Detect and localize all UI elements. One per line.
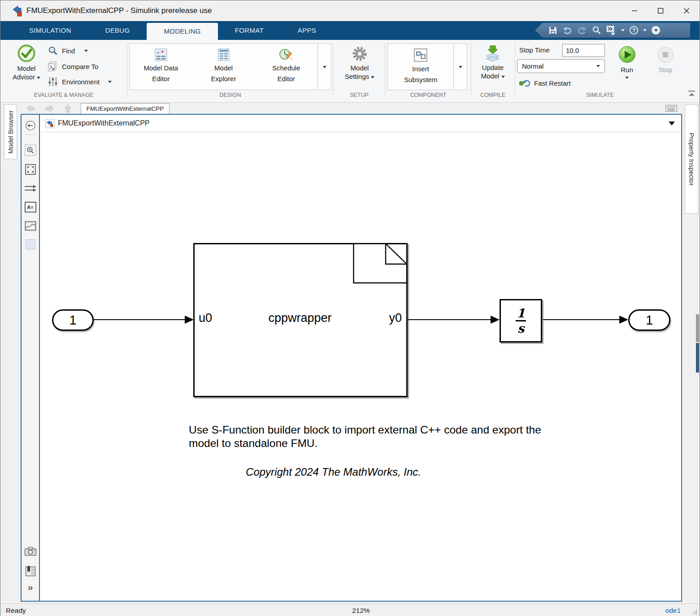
- undo-icon[interactable]: [562, 26, 572, 35]
- integrator-block[interactable]: 1 s: [500, 299, 542, 343]
- maximize-icon: [657, 7, 664, 14]
- find-button[interactable]: Find: [48, 46, 88, 56]
- integrator-denominator: s: [517, 322, 524, 334]
- zoom-region-icon[interactable]: [25, 144, 36, 156]
- update-model-label-1: Update: [482, 63, 504, 72]
- model-explorer-button[interactable]: Model Explorer: [192, 44, 255, 90]
- inport-block[interactable]: 1: [52, 309, 94, 331]
- ribbon-separator: [127, 43, 127, 98]
- model-settings-label-1: Model: [351, 64, 369, 72]
- insert-subsystem-dropdown-icon: [459, 66, 462, 68]
- resize-grip-icon[interactable]: [691, 608, 698, 615]
- fast-restart-button[interactable]: Fast Restart: [519, 79, 571, 87]
- simulation-mode-select[interactable]: Normal: [517, 59, 605, 73]
- document-tab[interactable]: FMUExportWithExternalCPP: [81, 103, 170, 114]
- area-tool-icon[interactable]: [26, 239, 35, 249]
- fast-restart-label: Fast Restart: [534, 79, 571, 87]
- wire-arrowhead: [491, 316, 500, 324]
- back-icon[interactable]: [26, 104, 35, 113]
- scrollbar-segment[interactable]: [696, 343, 699, 373]
- model-settings-label-2: Settings: [345, 72, 374, 81]
- palette-toolbar: A≡ »: [22, 115, 40, 601]
- viewmarks-icon[interactable]: [25, 565, 36, 577]
- screenshot-tool-icon[interactable]: [24, 547, 37, 556]
- design-more-button[interactable]: [317, 44, 331, 90]
- quick-access-toolbar: ?: [535, 23, 690, 38]
- model-advisor-label-2: Advisor: [13, 73, 40, 81]
- model-settings-button[interactable]: Model Settings: [342, 45, 377, 81]
- model-data-editor-label-2: Editor: [152, 74, 170, 83]
- image-tool-icon[interactable]: [25, 221, 36, 231]
- collapse-ribbon-icon[interactable]: [687, 90, 696, 97]
- keyboard-icon[interactable]: [665, 105, 677, 112]
- stop-button[interactable]: Stop: [653, 47, 678, 74]
- annotation-tool-icon[interactable]: A≡: [25, 202, 36, 213]
- breadcrumb-model-icon: [45, 119, 55, 128]
- compare-to-button[interactable]: Compare To: [48, 61, 98, 71]
- window-title: FMUExportWithExternalCPP - Simulink prer…: [26, 6, 212, 15]
- run-dropdown-icon[interactable]: [625, 77, 629, 79]
- model-settings-dropdown-icon: [371, 76, 374, 78]
- help-icon[interactable]: ?: [630, 26, 638, 35]
- tab-apps[interactable]: APPS: [281, 21, 333, 40]
- model-advisor-dropdown-icon: [37, 77, 40, 79]
- forward-icon[interactable]: [45, 104, 54, 113]
- stop-time-input[interactable]: [562, 44, 605, 57]
- help-dropdown-icon[interactable]: [643, 29, 647, 31]
- scrollbar-segment[interactable]: [696, 314, 699, 342]
- model-advisor-button[interactable]: Model Advisor: [10, 44, 43, 81]
- tab-simulation[interactable]: SIMULATION: [12, 21, 88, 40]
- run-label: Run: [621, 65, 633, 74]
- ribbon-tabs: SIMULATION DEBUG MODELING FORMAT APPS: [12, 21, 333, 40]
- breadcrumb[interactable]: FMUExportWithExternalCPP: [58, 119, 150, 127]
- insert-subsystem-button[interactable]: Insert Subsystem: [388, 44, 453, 90]
- update-model-button[interactable]: Update Model: [475, 45, 511, 80]
- find-dropdown-icon[interactable]: [84, 50, 88, 52]
- shortcut-dropdown-icon[interactable]: [621, 29, 625, 31]
- property-inspector-tab[interactable]: Property Inspector: [685, 104, 698, 214]
- simulation-mode-dropdown-icon: [596, 65, 600, 67]
- signal-wire[interactable]: [408, 319, 492, 320]
- up-icon[interactable]: [64, 104, 72, 113]
- block-name: cppwrapper: [255, 311, 345, 325]
- more-tools-icon[interactable]: »: [28, 582, 33, 592]
- minimize-ribbon-icon[interactable]: [652, 26, 660, 35]
- model-browser-tab[interactable]: Model Browser: [4, 104, 17, 159]
- environment-button[interactable]: Environment: [48, 77, 112, 87]
- maximize-button[interactable]: [648, 0, 674, 21]
- breadcrumb-dropdown-icon[interactable]: [669, 121, 675, 126]
- tab-modeling[interactable]: MODELING: [147, 23, 217, 40]
- close-button[interactable]: [674, 0, 700, 21]
- status-solver[interactable]: ode1: [665, 607, 681, 615]
- annotation-text[interactable]: Use S-Function builder block to import e…: [189, 423, 545, 450]
- outport-block[interactable]: 1: [628, 309, 670, 331]
- model-data-editor-label-1: Model Data: [143, 64, 178, 72]
- ribbon-separator: [385, 43, 385, 98]
- schedule-editor-button[interactable]: Schedule Editor: [255, 44, 317, 90]
- insert-subsystem-label-2: Subsystem: [404, 75, 437, 84]
- status-ready: Ready: [6, 607, 26, 615]
- model-data-editor-icon: [154, 48, 168, 61]
- fit-to-view-icon[interactable]: [25, 164, 36, 175]
- tab-debug[interactable]: DEBUG: [88, 21, 147, 40]
- run-button[interactable]: Run: [615, 46, 639, 79]
- minimize-icon: [631, 7, 638, 14]
- hide-palette-icon[interactable]: [25, 120, 36, 131]
- insert-subsystem-icon: [413, 48, 428, 62]
- environment-dropdown-icon[interactable]: [108, 81, 112, 83]
- tab-format[interactable]: FORMAT: [218, 21, 281, 40]
- redo-icon[interactable]: [577, 26, 587, 35]
- signal-wire[interactable]: [543, 319, 620, 320]
- signal-routing-icon[interactable]: [24, 183, 37, 193]
- save-icon[interactable]: [548, 26, 557, 35]
- model-data-editor-button[interactable]: Model Data Editor: [130, 44, 192, 90]
- minimize-button[interactable]: [622, 0, 648, 21]
- signal-wire[interactable]: [94, 319, 186, 320]
- simulink-window: FMUExportWithExternalCPP - Simulink prer…: [0, 0, 700, 616]
- model-canvas[interactable]: 1 u0 cppwrapper y0 1 s 1 Use S-Function …: [41, 132, 681, 601]
- add-shortcut-icon[interactable]: [606, 26, 616, 35]
- insert-subsystem-more-button[interactable]: [453, 44, 467, 90]
- status-zoom-level: 212%: [41, 607, 681, 615]
- copyright-text[interactable]: Copyright 2024 The MathWorks, Inc.: [189, 466, 478, 478]
- search-icon[interactable]: [592, 26, 601, 35]
